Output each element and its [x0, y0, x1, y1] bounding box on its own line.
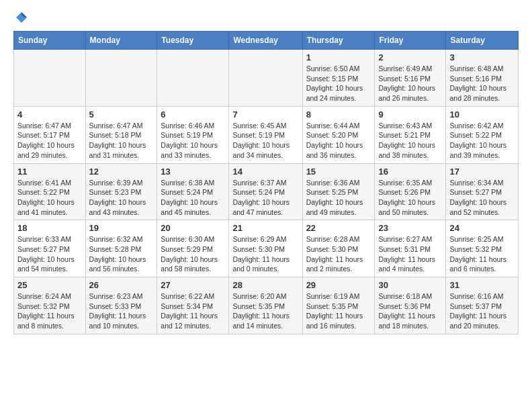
- day-number: 18: [17, 223, 82, 233]
- day-info: Sunrise: 6:25 AMSunset: 5:32 PMDaylight:…: [449, 234, 515, 274]
- page-header: [13, 11, 519, 24]
- day-info: Sunrise: 6:43 AMSunset: 5:21 PMDaylight:…: [378, 121, 442, 161]
- day-number: 21: [232, 223, 298, 233]
- day-number: 24: [449, 223, 515, 233]
- calendar-cell: [14, 50, 86, 107]
- day-info: Sunrise: 6:49 AMSunset: 5:16 PMDaylight:…: [378, 64, 442, 103]
- day-number: 30: [378, 280, 442, 290]
- day-number: 13: [161, 167, 225, 177]
- calendar-cell: 20Sunrise: 6:30 AMSunset: 5:29 PMDayligh…: [157, 220, 229, 277]
- calendar-cell: 11Sunrise: 6:41 AMSunset: 5:22 PMDayligh…: [14, 163, 86, 220]
- calendar-day-header: Monday: [85, 32, 157, 50]
- calendar-cell: 27Sunrise: 6:22 AMSunset: 5:34 PMDayligh…: [157, 277, 229, 334]
- calendar-cell: 17Sunrise: 6:34 AMSunset: 5:27 PMDayligh…: [446, 163, 519, 220]
- day-info: Sunrise: 6:28 AMSunset: 5:30 PMDaylight:…: [306, 234, 371, 274]
- day-info: Sunrise: 6:47 AMSunset: 5:18 PMDaylight:…: [89, 121, 154, 161]
- calendar-cell: 26Sunrise: 6:23 AMSunset: 5:33 PMDayligh…: [85, 277, 157, 334]
- day-number: 11: [17, 167, 82, 177]
- calendar-cell: 25Sunrise: 6:24 AMSunset: 5:32 PMDayligh…: [14, 277, 86, 334]
- day-info: Sunrise: 6:24 AMSunset: 5:32 PMDaylight:…: [17, 291, 82, 331]
- day-info: Sunrise: 6:45 AMSunset: 5:19 PMDaylight:…: [232, 121, 298, 161]
- calendar-day-header: Saturday: [446, 32, 519, 50]
- day-number: 12: [89, 167, 154, 177]
- day-number: 20: [161, 223, 225, 233]
- calendar-day-header: Friday: [375, 32, 446, 50]
- calendar-cell: 29Sunrise: 6:19 AMSunset: 5:35 PMDayligh…: [302, 277, 375, 334]
- calendar-header-row: SundayMondayTuesdayWednesdayThursdayFrid…: [14, 32, 519, 50]
- calendar-cell: 1Sunrise: 6:50 AMSunset: 5:15 PMDaylight…: [302, 50, 375, 107]
- calendar-cell: [157, 50, 229, 107]
- calendar-cell: 10Sunrise: 6:42 AMSunset: 5:22 PMDayligh…: [446, 106, 519, 163]
- day-info: Sunrise: 6:20 AMSunset: 5:35 PMDaylight:…: [232, 291, 298, 331]
- calendar-cell: [229, 50, 302, 107]
- calendar-week-row: 1Sunrise: 6:50 AMSunset: 5:15 PMDaylight…: [14, 50, 519, 107]
- calendar-day-header: Thursday: [302, 32, 375, 50]
- day-info: Sunrise: 6:36 AMSunset: 5:25 PMDaylight:…: [306, 178, 371, 218]
- day-number: 5: [89, 109, 154, 120]
- logo: [13, 11, 28, 24]
- logo-icon: [15, 11, 28, 24]
- calendar-cell: 23Sunrise: 6:27 AMSunset: 5:31 PMDayligh…: [375, 220, 446, 277]
- day-number: 26: [89, 280, 154, 290]
- day-info: Sunrise: 6:34 AMSunset: 5:27 PMDaylight:…: [449, 178, 515, 218]
- calendar-cell: 9Sunrise: 6:43 AMSunset: 5:21 PMDaylight…: [375, 106, 446, 163]
- day-number: 4: [17, 109, 82, 120]
- day-info: Sunrise: 6:41 AMSunset: 5:22 PMDaylight:…: [17, 178, 82, 218]
- day-number: 10: [449, 109, 515, 120]
- day-info: Sunrise: 6:48 AMSunset: 5:16 PMDaylight:…: [449, 64, 515, 103]
- calendar-cell: 28Sunrise: 6:20 AMSunset: 5:35 PMDayligh…: [229, 277, 302, 334]
- day-number: 2: [378, 52, 442, 62]
- calendar-cell: 15Sunrise: 6:36 AMSunset: 5:25 PMDayligh…: [302, 163, 375, 220]
- calendar-cell: 3Sunrise: 6:48 AMSunset: 5:16 PMDaylight…: [446, 50, 519, 107]
- day-number: 31: [449, 280, 515, 290]
- day-number: 25: [17, 280, 82, 290]
- day-info: Sunrise: 6:23 AMSunset: 5:33 PMDaylight:…: [89, 291, 154, 331]
- calendar-cell: 8Sunrise: 6:44 AMSunset: 5:20 PMDaylight…: [302, 106, 375, 163]
- day-info: Sunrise: 6:39 AMSunset: 5:23 PMDaylight:…: [89, 178, 154, 218]
- calendar-cell: 13Sunrise: 6:38 AMSunset: 5:24 PMDayligh…: [157, 163, 229, 220]
- day-info: Sunrise: 6:37 AMSunset: 5:24 PMDaylight:…: [232, 178, 298, 218]
- calendar-week-row: 18Sunrise: 6:33 AMSunset: 5:27 PMDayligh…: [14, 220, 519, 277]
- day-info: Sunrise: 6:35 AMSunset: 5:26 PMDaylight:…: [378, 178, 442, 218]
- calendar-cell: 31Sunrise: 6:16 AMSunset: 5:37 PMDayligh…: [446, 277, 519, 334]
- day-info: Sunrise: 6:30 AMSunset: 5:29 PMDaylight:…: [161, 234, 225, 274]
- day-info: Sunrise: 6:16 AMSunset: 5:37 PMDaylight:…: [449, 291, 515, 331]
- calendar-day-header: Wednesday: [229, 32, 302, 50]
- day-number: 7: [232, 109, 298, 120]
- day-number: 8: [306, 109, 371, 120]
- day-info: Sunrise: 6:46 AMSunset: 5:19 PMDaylight:…: [161, 121, 225, 161]
- calendar-cell: [85, 50, 157, 107]
- day-info: Sunrise: 6:19 AMSunset: 5:35 PMDaylight:…: [306, 291, 371, 331]
- calendar-cell: 6Sunrise: 6:46 AMSunset: 5:19 PMDaylight…: [157, 106, 229, 163]
- calendar-week-row: 25Sunrise: 6:24 AMSunset: 5:32 PMDayligh…: [14, 277, 519, 334]
- calendar-cell: 4Sunrise: 6:47 AMSunset: 5:17 PMDaylight…: [14, 106, 86, 163]
- day-number: 22: [306, 223, 371, 233]
- calendar-cell: 30Sunrise: 6:18 AMSunset: 5:36 PMDayligh…: [375, 277, 446, 334]
- calendar-day-header: Tuesday: [157, 32, 229, 50]
- day-number: 15: [306, 167, 371, 177]
- day-number: 1: [306, 52, 371, 62]
- day-info: Sunrise: 6:29 AMSunset: 5:30 PMDaylight:…: [232, 234, 298, 274]
- day-info: Sunrise: 6:22 AMSunset: 5:34 PMDaylight:…: [161, 291, 225, 331]
- day-number: 23: [378, 223, 442, 233]
- day-number: 16: [378, 167, 442, 177]
- calendar-cell: 22Sunrise: 6:28 AMSunset: 5:30 PMDayligh…: [302, 220, 375, 277]
- calendar-cell: 19Sunrise: 6:32 AMSunset: 5:28 PMDayligh…: [85, 220, 157, 277]
- calendar-cell: 14Sunrise: 6:37 AMSunset: 5:24 PMDayligh…: [229, 163, 302, 220]
- day-number: 19: [89, 223, 154, 233]
- day-number: 17: [449, 167, 515, 177]
- day-number: 6: [161, 109, 225, 120]
- day-info: Sunrise: 6:33 AMSunset: 5:27 PMDaylight:…: [17, 234, 82, 274]
- calendar-table: SundayMondayTuesdayWednesdayThursdayFrid…: [13, 31, 519, 334]
- day-info: Sunrise: 6:50 AMSunset: 5:15 PMDaylight:…: [306, 64, 371, 103]
- day-number: 9: [378, 109, 442, 120]
- day-info: Sunrise: 6:18 AMSunset: 5:36 PMDaylight:…: [378, 291, 442, 331]
- calendar-cell: 16Sunrise: 6:35 AMSunset: 5:26 PMDayligh…: [375, 163, 446, 220]
- calendar-cell: 2Sunrise: 6:49 AMSunset: 5:16 PMDaylight…: [375, 50, 446, 107]
- day-number: 28: [232, 280, 298, 290]
- day-info: Sunrise: 6:42 AMSunset: 5:22 PMDaylight:…: [449, 121, 515, 161]
- calendar-cell: 24Sunrise: 6:25 AMSunset: 5:32 PMDayligh…: [446, 220, 519, 277]
- day-info: Sunrise: 6:32 AMSunset: 5:28 PMDaylight:…: [89, 234, 154, 274]
- calendar-day-header: Sunday: [14, 32, 86, 50]
- day-number: 14: [232, 167, 298, 177]
